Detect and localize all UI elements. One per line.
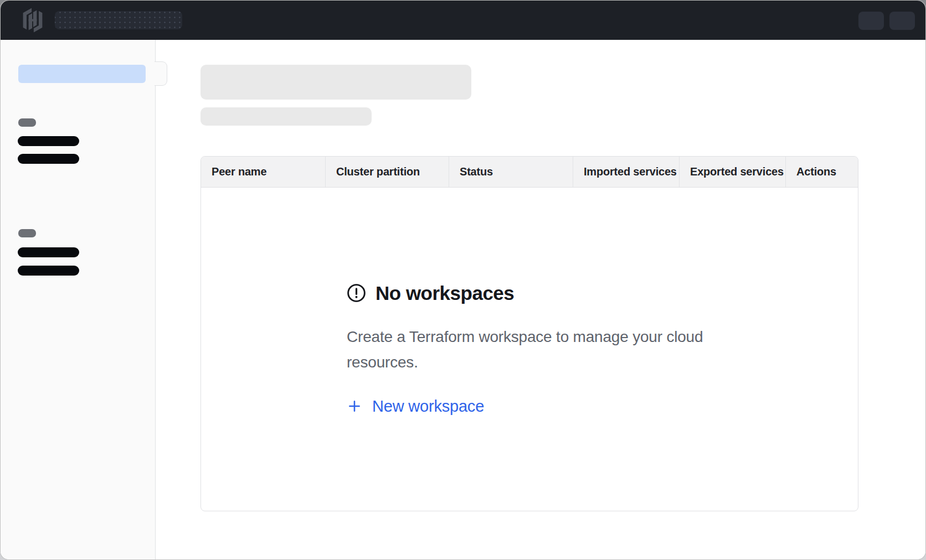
top-navigation-bar bbox=[1, 1, 925, 40]
sidebar-nav-item-2[interactable] bbox=[18, 154, 79, 164]
sidebar bbox=[1, 40, 156, 559]
plus-icon bbox=[347, 398, 362, 414]
app-window: Peer name Cluster partition Status Impor… bbox=[0, 0, 926, 560]
column-header-cluster-partition: Cluster partition bbox=[325, 157, 449, 187]
sidebar-section-label-1 bbox=[18, 118, 36, 127]
sidebar-section-label-2 bbox=[18, 229, 36, 237]
column-header-exported-services: Exported services bbox=[679, 157, 785, 187]
alert-circle-icon bbox=[347, 283, 366, 303]
sidebar-active-nav-item[interactable] bbox=[18, 65, 146, 83]
empty-state-description: Create a Terraform workspace to manage y… bbox=[347, 324, 712, 375]
page-title-placeholder bbox=[200, 65, 471, 100]
empty-state-title: No workspaces bbox=[375, 282, 514, 304]
empty-state: No workspaces Create a Terraform workspa… bbox=[347, 282, 712, 417]
sidebar-nav-item-4[interactable] bbox=[18, 266, 79, 276]
column-header-peer-name: Peer name bbox=[201, 157, 325, 187]
hashicorp-logo-icon bbox=[21, 7, 44, 33]
sidebar-toggle-handle[interactable] bbox=[155, 61, 167, 86]
new-workspace-button[interactable]: New workspace bbox=[347, 397, 484, 416]
table-header-row: Peer name Cluster partition Status Impor… bbox=[201, 157, 858, 188]
column-header-status: Status bbox=[449, 157, 573, 187]
column-header-actions: Actions bbox=[785, 157, 858, 187]
topbar-action-button-2[interactable] bbox=[889, 12, 915, 30]
peers-table: Peer name Cluster partition Status Impor… bbox=[200, 156, 858, 511]
sidebar-nav-item-3[interactable] bbox=[18, 247, 79, 257]
new-workspace-label: New workspace bbox=[372, 397, 484, 416]
page-subtitle-placeholder bbox=[200, 107, 372, 126]
topbar-action-button-1[interactable] bbox=[858, 12, 884, 30]
topbar-context-placeholder[interactable] bbox=[55, 11, 182, 29]
table-body: No workspaces Create a Terraform workspa… bbox=[201, 188, 858, 511]
column-header-imported-services: Imported services bbox=[573, 157, 679, 187]
main-content: Peer name Cluster partition Status Impor… bbox=[156, 40, 925, 559]
empty-state-header: No workspaces bbox=[347, 282, 712, 304]
sidebar-nav-item-1[interactable] bbox=[18, 136, 79, 146]
